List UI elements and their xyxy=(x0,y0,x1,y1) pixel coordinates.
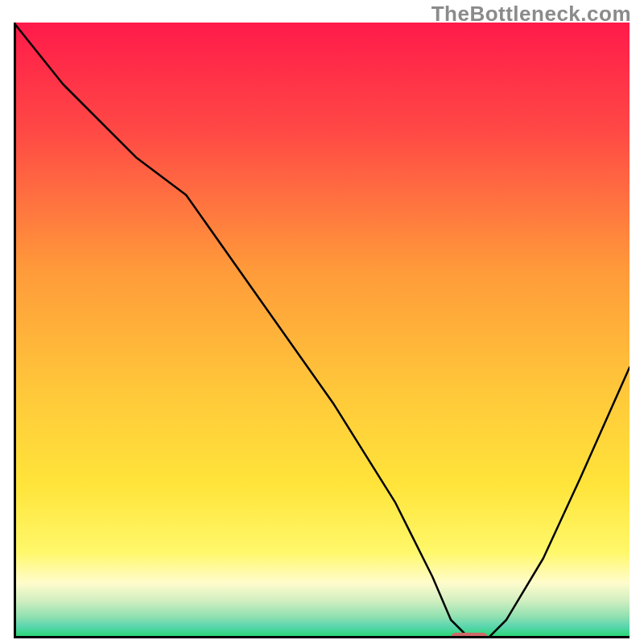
axes-frame xyxy=(14,23,630,638)
